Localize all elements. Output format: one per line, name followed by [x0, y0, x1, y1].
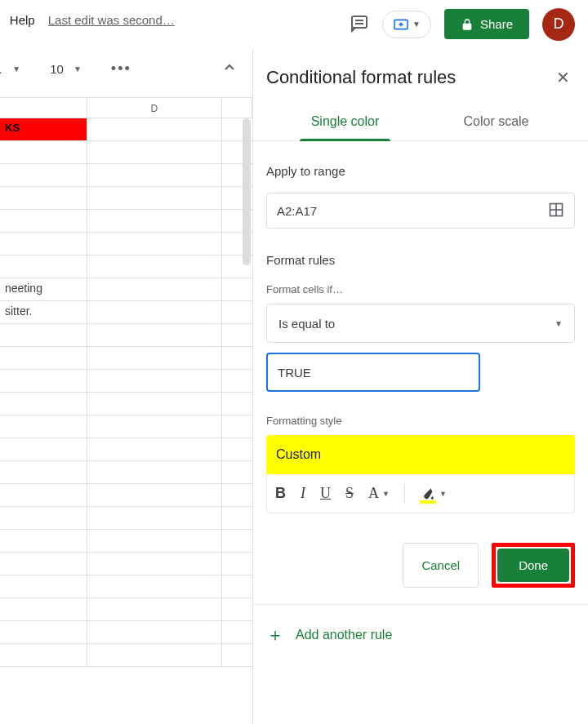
- table-row[interactable]: [0, 484, 252, 507]
- cell[interactable]: [222, 438, 252, 460]
- cell[interactable]: [87, 415, 222, 438]
- cell[interactable]: [0, 461, 87, 483]
- spreadsheet-area[interactable]: ri… ▼ 10 ▼ ••• D KSneetingsitter.: [0, 49, 253, 724]
- table-row[interactable]: [0, 164, 252, 187]
- table-row[interactable]: [0, 507, 252, 530]
- comment-history-icon[interactable]: [350, 13, 369, 35]
- cell[interactable]: [222, 644, 252, 666]
- cell[interactable]: [87, 187, 222, 209]
- cell[interactable]: [87, 530, 222, 552]
- cell[interactable]: [87, 461, 222, 483]
- text-color-button[interactable]: A▼: [368, 485, 390, 502]
- cell[interactable]: [222, 598, 252, 620]
- table-row[interactable]: neeting: [0, 278, 252, 301]
- cell[interactable]: [0, 644, 87, 666]
- share-button[interactable]: Share: [444, 9, 529, 39]
- table-row[interactable]: [0, 210, 252, 233]
- tab-single-color[interactable]: Single color: [270, 103, 421, 140]
- bold-button[interactable]: B: [275, 485, 286, 502]
- cell[interactable]: [0, 210, 87, 232]
- cell[interactable]: [87, 301, 222, 323]
- cell[interactable]: [222, 370, 252, 392]
- cell[interactable]: [222, 530, 252, 552]
- scrollbar-thumb[interactable]: [243, 118, 251, 265]
- table-row[interactable]: sitter.: [0, 301, 252, 324]
- cell[interactable]: [0, 347, 87, 369]
- table-row[interactable]: [0, 324, 252, 347]
- cell[interactable]: [222, 415, 252, 438]
- strikethrough-button[interactable]: S: [345, 485, 354, 502]
- table-row[interactable]: [0, 255, 252, 278]
- cell[interactable]: [0, 255, 87, 278]
- cell[interactable]: [87, 644, 222, 666]
- cell[interactable]: [222, 278, 252, 300]
- fill-color-button[interactable]: ▼: [420, 486, 447, 501]
- cell[interactable]: [0, 438, 87, 460]
- cell[interactable]: [222, 507, 252, 529]
- cell[interactable]: [0, 621, 87, 643]
- cell[interactable]: [222, 393, 252, 415]
- cell[interactable]: [87, 210, 222, 232]
- cell[interactable]: [0, 141, 87, 163]
- cell[interactable]: [0, 164, 87, 186]
- cancel-button[interactable]: Cancel: [403, 543, 479, 588]
- font-family-dropdown[interactable]: ri… ▼: [0, 62, 20, 76]
- table-row[interactable]: [0, 598, 252, 621]
- cell[interactable]: [87, 164, 222, 186]
- cell[interactable]: [0, 370, 87, 392]
- cell[interactable]: [87, 553, 222, 575]
- cell[interactable]: [87, 393, 222, 415]
- present-button[interactable]: ▼: [382, 11, 431, 38]
- italic-button[interactable]: I: [301, 485, 305, 502]
- table-row[interactable]: [0, 530, 252, 553]
- table-row[interactable]: [0, 233, 252, 255]
- cell[interactable]: neeting: [0, 278, 87, 300]
- cell[interactable]: [0, 598, 87, 620]
- cell[interactable]: [222, 461, 252, 483]
- collapse-toolbar-icon[interactable]: [223, 61, 236, 77]
- cell[interactable]: [87, 347, 222, 369]
- more-toolbar-icon[interactable]: •••: [111, 60, 131, 78]
- cell[interactable]: [0, 233, 87, 255]
- cell[interactable]: [0, 187, 87, 209]
- cell[interactable]: [87, 484, 222, 506]
- table-row[interactable]: [0, 141, 252, 164]
- cell[interactable]: [222, 324, 252, 346]
- cell[interactable]: [0, 553, 87, 575]
- table-row[interactable]: [0, 553, 252, 575]
- cell[interactable]: [87, 370, 222, 392]
- cell[interactable]: [87, 324, 222, 346]
- account-avatar[interactable]: D: [542, 8, 575, 41]
- cell[interactable]: [222, 301, 252, 323]
- cell[interactable]: [87, 141, 222, 163]
- select-range-icon[interactable]: [548, 202, 564, 220]
- table-row[interactable]: [0, 370, 252, 393]
- close-icon[interactable]: ✕: [556, 68, 570, 87]
- table-row[interactable]: [0, 575, 252, 598]
- condition-value-input[interactable]: TRUE: [266, 353, 480, 392]
- cell[interactable]: KS: [0, 118, 87, 140]
- last-edit-link[interactable]: Last edit was second…: [48, 13, 175, 27]
- cell[interactable]: [0, 484, 87, 506]
- cell[interactable]: [222, 553, 252, 575]
- table-row[interactable]: [0, 461, 252, 484]
- cell[interactable]: [0, 393, 87, 415]
- cell[interactable]: [0, 507, 87, 529]
- cell[interactable]: [87, 118, 222, 140]
- add-rule-button[interactable]: ＋ Add another rule: [266, 613, 575, 657]
- font-size-dropdown[interactable]: 10 ▼: [50, 62, 82, 76]
- cell[interactable]: [222, 621, 252, 643]
- style-preview[interactable]: Custom: [266, 435, 575, 474]
- cell[interactable]: [0, 530, 87, 552]
- table-row[interactable]: [0, 644, 252, 667]
- cell[interactable]: [222, 347, 252, 369]
- cell[interactable]: sitter.: [0, 301, 87, 323]
- cell[interactable]: [87, 438, 222, 460]
- range-input[interactable]: A2:A17: [266, 193, 575, 229]
- menu-help[interactable]: Help: [10, 13, 35, 27]
- cell[interactable]: [0, 324, 87, 346]
- cell[interactable]: [222, 575, 252, 597]
- cell[interactable]: [87, 278, 222, 300]
- table-row[interactable]: [0, 393, 252, 415]
- tab-color-scale[interactable]: Color scale: [421, 103, 572, 140]
